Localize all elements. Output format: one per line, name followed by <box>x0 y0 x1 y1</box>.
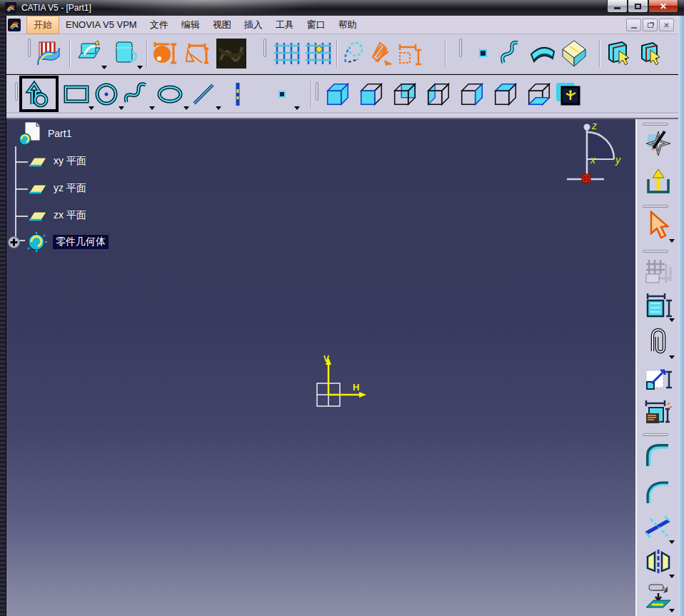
expand-icon[interactable] <box>8 236 20 248</box>
grid-icon[interactable] <box>272 38 301 69</box>
constraint-clip-icon[interactable] <box>643 328 673 358</box>
toolbar-handle[interactable] <box>15 82 18 101</box>
circle-icon[interactable] <box>92 79 121 110</box>
catia-window: CATIA V5 - [Part1] ✕ 开始 ENOVIA V5 VPM 文件… <box>0 0 684 616</box>
sketcher-workbench-icon[interactable] <box>643 128 673 158</box>
axis-icon[interactable] <box>225 79 251 110</box>
part-icon <box>18 121 42 146</box>
surface-patch-icon[interactable] <box>528 38 557 69</box>
origin-axes[interactable]: V H <box>307 353 370 414</box>
plane-icon <box>28 209 48 222</box>
tree-label-yz[interactable]: yz 平面 <box>54 182 86 195</box>
sketch-icon[interactable] <box>75 38 104 69</box>
toolbar-handle[interactable] <box>28 39 31 57</box>
compass-z-label: z <box>591 121 597 131</box>
top-view-icon[interactable] <box>491 79 520 110</box>
toolbar-handle[interactable] <box>643 433 668 436</box>
menu-view[interactable]: 视图 <box>206 16 238 34</box>
menu-help[interactable]: 帮助 <box>332 16 363 34</box>
toolbar-separator <box>599 40 600 67</box>
menu-start[interactable]: 开始 <box>26 16 59 34</box>
isometric-view-icon[interactable] <box>323 79 352 110</box>
grid-point-icon[interactable] <box>303 38 332 69</box>
axis-h-label: H <box>353 382 359 393</box>
chamfer-icon[interactable] <box>643 478 673 508</box>
tree-node-part-body[interactable]: 零件几何体 <box>8 232 109 252</box>
toolbar-handle[interactable] <box>643 205 668 208</box>
point-dot-icon[interactable] <box>472 38 495 69</box>
left-view-icon[interactable] <box>424 79 453 110</box>
trim-icon[interactable] <box>643 513 673 542</box>
point-icon[interactable] <box>268 79 296 110</box>
client-area: Part1 xy 平面 yz 平面 <box>6 119 678 616</box>
tree-node-yz-plane[interactable]: yz 平面 <box>28 182 86 195</box>
dimension-constraint-icon[interactable] <box>643 363 673 393</box>
toolbar-separator <box>336 40 338 67</box>
texture-icon[interactable] <box>215 38 248 69</box>
compass-y-label: y <box>615 154 621 166</box>
spline-curve-icon[interactable] <box>499 38 525 69</box>
circle-constraint-icon[interactable] <box>151 38 180 69</box>
tree-root-label[interactable]: Part1 <box>48 128 71 139</box>
menu-enovia[interactable]: ENOVIA V5 VPM <box>59 17 144 32</box>
tree-node-xy-plane[interactable]: xy 平面 <box>28 155 86 168</box>
rectangle-icon[interactable] <box>62 79 91 110</box>
compass-x-label: x <box>590 154 596 166</box>
exit-workbench-icon[interactable] <box>643 167 673 197</box>
positioned-sketch-icon[interactable] <box>111 38 139 69</box>
select-arrow-icon[interactable] <box>643 211 673 241</box>
back-view-icon[interactable] <box>391 79 419 110</box>
standard-toolbar <box>6 34 678 74</box>
surface-flag-icon[interactable] <box>34 38 63 69</box>
cut-plane-icon[interactable] <box>369 38 396 69</box>
tree-node-root[interactable]: Part1 <box>18 121 71 146</box>
specification-tree: Part1 xy 平面 yz 平面 <box>6 119 171 269</box>
sketch-tools-icon[interactable] <box>643 256 673 286</box>
view-compass[interactable]: z y x <box>551 121 623 186</box>
toolbar-separator <box>69 40 71 67</box>
auto-constraint-icon[interactable] <box>643 398 673 428</box>
corner-icon[interactable] <box>643 441 673 471</box>
toolbar-handle[interactable] <box>459 39 462 57</box>
menu-window[interactable]: 窗口 <box>301 16 332 34</box>
named-views-icon[interactable] <box>553 79 582 110</box>
bottom-view-icon[interactable] <box>525 79 553 110</box>
toolbar-handle[interactable] <box>263 39 266 57</box>
mirror-icon[interactable] <box>643 547 673 577</box>
sketch-analysis-icon[interactable] <box>341 38 366 69</box>
mdi-minimize-button[interactable] <box>626 19 641 31</box>
minimize-button[interactable] <box>607 0 628 13</box>
tree-label-zx[interactable]: zx 平面 <box>54 209 86 222</box>
dimensions-icon[interactable] <box>396 38 423 69</box>
line-icon[interactable] <box>189 79 218 110</box>
mdi-restore-button[interactable] <box>643 19 658 31</box>
toolbar-handle[interactable] <box>316 82 318 101</box>
toolbar-separator <box>445 40 446 67</box>
dimension-frame-icon[interactable] <box>183 38 211 69</box>
titlebar-glow <box>86 0 321 16</box>
menu-tools[interactable]: 工具 <box>269 16 301 34</box>
right-view-icon[interactable] <box>458 79 486 110</box>
selected-tool-frame <box>19 76 59 112</box>
catalog-browser-2-icon[interactable] <box>637 38 664 69</box>
profile-icon[interactable] <box>25 79 54 110</box>
maximize-button[interactable] <box>628 0 648 13</box>
constraint-dialog-icon[interactable] <box>643 291 673 320</box>
menu-edit[interactable]: 编辑 <box>175 16 206 34</box>
tree-label-xy[interactable]: xy 平面 <box>54 155 86 168</box>
menu-file[interactable]: 文件 <box>144 16 175 34</box>
front-view-icon[interactable] <box>357 79 386 110</box>
tree-label-part-body[interactable]: 零件几何体 <box>53 235 109 249</box>
spline-icon[interactable] <box>123 79 151 110</box>
tree-node-zx-plane[interactable]: zx 平面 <box>28 209 86 222</box>
bounding-box-icon[interactable] <box>560 38 588 69</box>
toolbar-handle[interactable] <box>643 123 668 126</box>
project-3d-icon[interactable] <box>643 581 673 611</box>
close-button[interactable]: ✕ <box>648 0 678 13</box>
catalog-browser-icon[interactable] <box>605 38 632 69</box>
menu-insert[interactable]: 插入 <box>238 16 269 34</box>
mdi-close-button[interactable]: ✕ <box>659 19 674 31</box>
toolbar-handle[interactable] <box>643 250 668 253</box>
ellipse-icon[interactable] <box>154 79 186 110</box>
viewport-3d[interactable]: Part1 xy 平面 yz 平面 <box>6 119 635 616</box>
